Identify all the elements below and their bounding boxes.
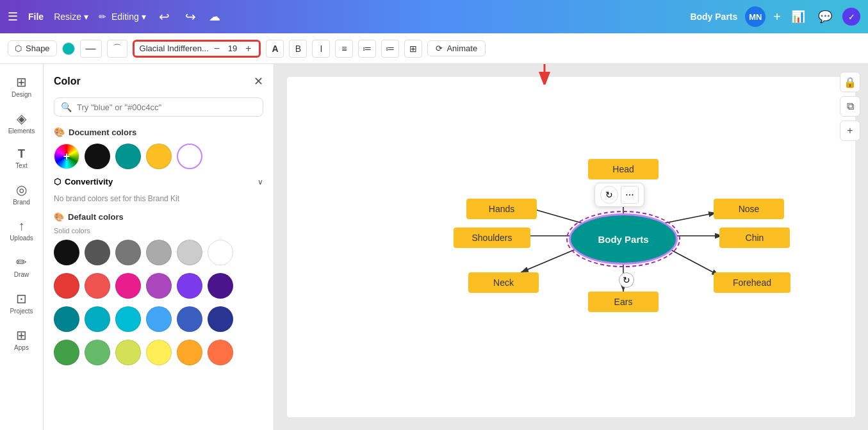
convertivity-chevron-icon[interactable]: ∨ (258, 178, 263, 186)
node-nose[interactable]: Nose (714, 199, 784, 219)
color-swatch[interactable] (177, 273, 202, 299)
menu-icon[interactable]: ☰ (8, 10, 18, 24)
color-swatch[interactable] (177, 306, 202, 332)
lock-icon[interactable]: 🔒 (840, 72, 860, 92)
redo-button[interactable]: ↪ (183, 6, 199, 27)
add-collaborator-button[interactable]: + (773, 10, 781, 24)
color-swatch[interactable] (85, 273, 110, 299)
convertivity-label: Convertivity (65, 177, 113, 186)
doc-color-teal[interactable] (115, 144, 141, 169)
panel-title: Color (54, 76, 81, 87)
sidebar-item-text[interactable]: T Text (3, 142, 41, 174)
color-swatch[interactable] (177, 340, 202, 365)
font-name-label: Glacial Indifferen... (140, 44, 209, 53)
color-swatch[interactable] (177, 240, 202, 265)
color-swatch[interactable] (54, 306, 79, 332)
bullet-list-button[interactable]: ≔ (358, 40, 376, 58)
shape-selector[interactable]: ⬡ Shape (8, 40, 57, 56)
resize-menu[interactable]: Resize ▾ (54, 12, 88, 22)
doc-colors-section: 🎨 Document colors (54, 127, 263, 137)
add-color-button[interactable]: + (54, 144, 79, 169)
color-swatch[interactable] (146, 306, 172, 332)
numbered-list-button[interactable]: ≔ (381, 40, 399, 58)
editing-menu[interactable]: ✏ Editing ▾ (99, 12, 146, 22)
node-head[interactable]: Head (588, 159, 659, 179)
default-colors-label: Default colors (68, 212, 124, 222)
node-shoulders-label: Shoulders (471, 233, 512, 243)
node-hands[interactable]: Hands (466, 199, 537, 219)
color-swatch[interactable] (115, 273, 141, 299)
bold-button[interactable]: B (289, 40, 307, 58)
sidebar-item-projects[interactable]: ⊡ Projects (3, 286, 41, 320)
color-swatch[interactable] (54, 340, 79, 365)
formatting-toolbar: ⬡ Shape — ⌒ Glacial Indifferen... − 19 +… (0, 33, 868, 64)
color-swatch[interactable] (208, 306, 233, 332)
animate-button[interactable]: ⟳ Animate (427, 40, 486, 56)
canvas-area[interactable]: Head Nose Chin Forehead Ears Neck Should… (274, 64, 868, 430)
canvas-floating-toolbar: ↻ ··· (594, 183, 644, 207)
node-ears[interactable]: Ears (588, 292, 659, 312)
doc-color-yellow[interactable] (146, 144, 172, 169)
topbar: ☰ File Resize ▾ ✏ Editing ▾ ↩ ↪ ☁ Body P… (0, 0, 868, 33)
undo-button[interactable]: ↩ (156, 6, 172, 27)
close-panel-button[interactable]: ✕ (254, 74, 263, 88)
default-colors-section: 🎨 Default colors (54, 212, 263, 222)
line-style-button[interactable]: — (80, 40, 102, 58)
color-swatch[interactable] (115, 306, 141, 332)
share-check-icon[interactable]: ✓ (842, 8, 860, 26)
duplicate-icon[interactable]: ⧉ (840, 96, 860, 117)
sidebar-item-brand[interactable]: ◎ Brand (3, 177, 41, 211)
chart-icon[interactable]: 📊 (789, 7, 808, 26)
color-search-box[interactable]: 🔍 (54, 97, 263, 117)
solid-colors-row-2 (54, 273, 263, 299)
text-align-button[interactable]: ≡ (335, 40, 353, 58)
text-color-button[interactable]: A (266, 40, 284, 58)
color-swatch[interactable] (208, 273, 233, 299)
font-selector[interactable]: Glacial Indifferen... − 19 + (133, 40, 261, 58)
transparency-button[interactable]: ⊞ (404, 40, 422, 58)
doc-color-outlined[interactable] (177, 144, 202, 169)
solid-colors-row-4 (54, 340, 263, 365)
node-shoulders[interactable]: Shoulders (454, 227, 530, 248)
font-size-increase-button[interactable]: + (243, 43, 254, 54)
comment-icon[interactable]: 💬 (815, 7, 835, 26)
canvas-more-button[interactable]: ··· (621, 186, 639, 204)
sidebar-item-design[interactable]: ⊞ Design (3, 69, 41, 103)
rotate-handle[interactable]: ↻ (619, 272, 634, 288)
italic-button[interactable]: I (312, 40, 330, 58)
animate-label: Animate (446, 44, 477, 53)
color-swatch[interactable] (146, 340, 172, 365)
expand-icon[interactable]: + (840, 120, 860, 141)
color-swatch[interactable] (115, 240, 141, 265)
color-swatch[interactable] (208, 340, 233, 365)
color-swatch[interactable] (146, 240, 172, 265)
color-swatch[interactable] (85, 240, 110, 265)
curve-style-button[interactable]: ⌒ (107, 40, 127, 58)
search-icon: 🔍 (61, 102, 72, 112)
sidebar-item-apps[interactable]: ⊞ Apps (3, 322, 41, 356)
sidebar-item-draw[interactable]: ✏ Draw (3, 249, 41, 283)
cloud-save-button[interactable]: ☁ (209, 10, 220, 24)
color-swatch[interactable] (54, 240, 79, 265)
shape-color-picker[interactable] (62, 42, 75, 55)
color-swatch[interactable] (115, 340, 141, 365)
color-swatch[interactable] (146, 273, 172, 299)
color-search-input[interactable] (77, 103, 256, 112)
color-swatch[interactable] (85, 306, 110, 332)
center-node[interactable]: Body Parts (569, 213, 678, 265)
node-forehead[interactable]: Forehead (714, 272, 790, 293)
color-swatch[interactable] (208, 240, 233, 265)
avatar[interactable]: MN (745, 6, 766, 27)
node-chin[interactable]: Chin (719, 227, 790, 248)
color-swatch[interactable] (54, 273, 79, 299)
canvas-rotate-button[interactable]: ↻ (600, 186, 618, 204)
doc-color-black[interactable] (85, 144, 110, 169)
node-neck[interactable]: Neck (468, 272, 539, 293)
font-size-decrease-button[interactable]: − (211, 43, 222, 54)
panel-header: Color ✕ (54, 74, 263, 88)
doc-colors-row: + (54, 144, 263, 169)
color-swatch[interactable] (85, 340, 110, 365)
sidebar-item-elements[interactable]: ◈ Elements (3, 106, 41, 140)
sidebar-item-uploads[interactable]: ↑ Uploads (3, 213, 41, 247)
file-menu[interactable]: File (28, 12, 44, 22)
